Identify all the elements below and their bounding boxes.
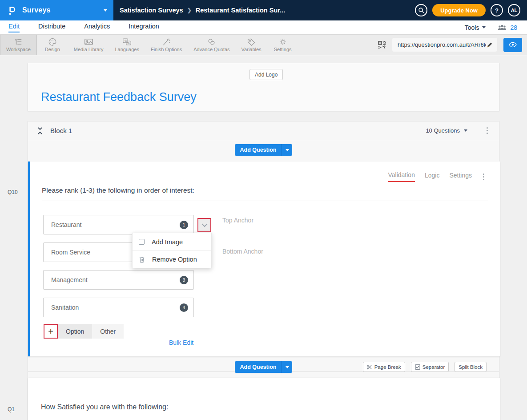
option-row-management[interactable]: Management 3: [43, 270, 194, 290]
palette-icon: [48, 38, 57, 46]
breadcrumb-current[interactable]: Restaurant Satisfaction Sur...: [196, 7, 285, 14]
page-break-label: Page Break: [374, 364, 401, 370]
split-block-button[interactable]: Split Block: [455, 362, 487, 372]
rank-badge: 1: [180, 221, 188, 229]
option-label[interactable]: Restaurant: [51, 221, 180, 228]
tab-integration[interactable]: Integration: [129, 23, 159, 32]
product-caret-icon: [104, 9, 107, 12]
option-row-restaurant[interactable]: Restaurant 1: [43, 215, 194, 234]
chevron-down-icon: [286, 366, 289, 368]
top-header-bar: Surveys Satisfaction Surveys ❯ Restauran…: [0, 0, 527, 20]
rank-badge: 3: [180, 276, 188, 284]
block-name[interactable]: Block 1: [50, 127, 72, 134]
toolbar-label: Advance Quotas: [193, 47, 229, 52]
toolbar-item-design[interactable]: Design: [37, 35, 68, 55]
collaborators[interactable]: 28: [497, 24, 517, 31]
tab-validation[interactable]: Validation: [388, 171, 414, 182]
tab-distribute[interactable]: Distribute: [38, 23, 65, 32]
users-icon: [497, 24, 507, 31]
question-number-q1: Q1: [8, 406, 19, 412]
add-question-dropdown-button[interactable]: [282, 144, 292, 156]
question-text[interactable]: Please rank (1-3) the following in order…: [42, 186, 194, 194]
editor-toolbar: Workspace Design Media Library 文A Langua…: [0, 35, 527, 55]
survey-title[interactable]: Restaurant Feedback Survey: [41, 90, 197, 104]
add-question-button-2[interactable]: Add Question: [235, 361, 282, 373]
checkbox-icon[interactable]: [139, 239, 145, 245]
question-menu-kebab[interactable]: [482, 172, 486, 182]
split-block-label: Split Block: [459, 364, 483, 370]
bulk-edit-link[interactable]: Bulk Edit: [169, 339, 193, 346]
chevron-down-icon: [464, 129, 467, 132]
block-header: Block 1 10 Questions: [28, 121, 499, 140]
toolbar-label: Workspace: [6, 47, 31, 52]
survey-url-field[interactable]: https://questionpro.com.au/t/ARr6k: [392, 38, 497, 52]
toolbar-item-advance-quotas[interactable]: Advance Quotas: [188, 35, 235, 55]
collapse-block-button[interactable]: [37, 127, 43, 134]
avatar[interactable]: AL: [508, 4, 520, 16]
tools-dropdown[interactable]: Tools: [465, 24, 486, 31]
breadcrumb-parent[interactable]: Satisfaction Surveys: [120, 7, 183, 14]
divider: [42, 201, 488, 201]
survey-url: https://questionpro.com.au/t/ARr6k: [398, 41, 486, 48]
checkbox-checked-icon: [415, 364, 420, 370]
toolbar-item-media-library[interactable]: Media Library: [68, 35, 109, 55]
block-menu-kebab[interactable]: [485, 126, 489, 135]
edit-pencil-icon[interactable]: [486, 41, 493, 48]
question-card[interactable]: Validation Logic Settings Please rank (1…: [28, 162, 500, 356]
product-name: Surveys: [22, 6, 104, 14]
question-text-2[interactable]: How Satisfied you are with the following…: [41, 403, 168, 411]
tab-logic[interactable]: Logic: [425, 172, 439, 182]
toolbar-label: Languages: [115, 47, 139, 52]
chain-icon: [207, 38, 216, 46]
add-option-button[interactable]: Option: [58, 324, 92, 339]
toolbar-item-finish-options[interactable]: Finish Options: [145, 35, 188, 55]
add-question-button[interactable]: Add Question: [235, 144, 282, 156]
image-icon: [84, 38, 93, 46]
add-option-plus-button[interactable]: +: [44, 324, 58, 339]
tab-analytics[interactable]: Analytics: [84, 23, 110, 32]
gear-icon: [278, 38, 287, 46]
breadcrumb-chevron-icon: ❯: [187, 7, 192, 13]
toolbar-item-workspace[interactable]: Workspace: [0, 35, 37, 55]
separator-button[interactable]: Separator: [411, 362, 449, 372]
survey-editor-screen: Surveys Satisfaction Surveys ❯ Restauran…: [0, 0, 527, 420]
question-card-2[interactable]: How Satisfied you are with the following…: [28, 378, 500, 420]
option-label[interactable]: Sanitation: [51, 304, 180, 311]
svg-text:A: A: [128, 41, 130, 44]
option-context-menu: Add Image Remove Option: [132, 233, 212, 268]
toolbar-item-languages[interactable]: 文A Languages: [109, 35, 145, 55]
tools-label: Tools: [465, 24, 479, 31]
add-other-button[interactable]: Other: [92, 324, 124, 339]
trash-icon: [139, 256, 145, 263]
block-container: Block 1 10 Questions Add Question Valida…: [28, 121, 499, 420]
option-label[interactable]: Management: [51, 276, 180, 283]
toolbar-item-variables[interactable]: Variables: [236, 35, 267, 55]
upgrade-now-button[interactable]: Upgrade Now: [432, 4, 486, 16]
option-menu-button[interactable]: [197, 218, 211, 232]
search-button[interactable]: [415, 4, 427, 16]
question-count-dropdown[interactable]: 10 Questions: [426, 127, 467, 134]
add-question-dropdown-button-2[interactable]: [282, 361, 292, 373]
tag-icon: [247, 38, 256, 46]
menu-item-add-image[interactable]: Add Image: [133, 233, 211, 250]
option-row-sanitation[interactable]: Sanitation 4: [43, 298, 194, 317]
translate-icon: 文A: [122, 38, 132, 46]
workspace-icon: [13, 38, 23, 46]
question-number-q10: Q10: [8, 189, 19, 195]
qr-code-icon: [378, 41, 386, 49]
product-switcher[interactable]: Surveys: [0, 0, 113, 20]
tab-edit[interactable]: Edit: [8, 23, 20, 32]
qr-code-button[interactable]: [378, 41, 386, 49]
collaborators-count: 28: [510, 24, 517, 31]
preview-button[interactable]: [503, 38, 522, 52]
page-break-button[interactable]: Page Break: [363, 362, 405, 372]
menu-item-remove-option[interactable]: Remove Option: [133, 250, 211, 268]
top-anchor-field[interactable]: Top Anchor: [222, 217, 253, 224]
tab-settings[interactable]: Settings: [449, 172, 472, 182]
chevron-down-icon: [482, 26, 486, 28]
survey-nav-bar: Edit Distribute Analytics Integration To…: [0, 20, 527, 35]
add-logo-button[interactable]: Add Logo: [249, 69, 283, 80]
bottom-anchor-field[interactable]: Bottom Anchor: [222, 248, 263, 255]
toolbar-item-settings[interactable]: Settings: [267, 35, 298, 55]
help-button[interactable]: ?: [491, 4, 503, 16]
